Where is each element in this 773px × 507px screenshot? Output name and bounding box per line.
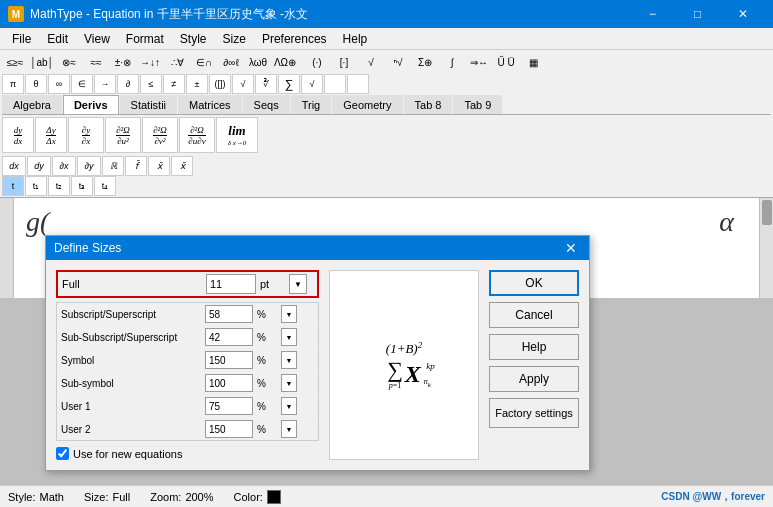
preview-sigma-wrap: ∑ p=1 (387, 359, 403, 390)
size-row-user2: User 2 % ▼ (57, 418, 318, 440)
apply-button[interactable]: Apply (489, 366, 579, 392)
sizes-table: Full pt ▼ Subscript/Superscript % ▼ (56, 270, 319, 460)
size-row-subscript: Subscript/Superscript % ▼ (57, 303, 318, 326)
user2-unit: % (257, 424, 277, 435)
subsymbol-label: Sub-symbol (61, 378, 201, 389)
use-new-equations-row: Use for new equations (56, 447, 319, 460)
user2-label: User 2 (61, 424, 201, 435)
preview-x-wrap: X kp nk (405, 361, 421, 388)
preview-top: (1+B)2 (386, 340, 422, 357)
user1-label: User 1 (61, 401, 201, 412)
subscript-unit: % (257, 309, 277, 320)
preview-kp: kp (426, 361, 435, 371)
dialog-body: Full pt ▼ Subscript/Superscript % ▼ (46, 260, 589, 470)
user1-value-input[interactable] (205, 397, 253, 415)
size-row-subsub: Sub-Subscript/Superscript % ▼ (57, 326, 318, 349)
dialog-title-text: Define Sizes (54, 241, 561, 255)
ok-button[interactable]: OK (489, 270, 579, 296)
subsub-dropdown[interactable]: ▼ (281, 328, 297, 346)
full-unit: pt (260, 278, 285, 290)
subsub-value-input[interactable] (205, 328, 253, 346)
symbol-dropdown[interactable]: ▼ (281, 351, 297, 369)
subsymbol-unit: % (257, 378, 277, 389)
subscript-value-input[interactable] (205, 305, 253, 323)
subsub-unit: % (257, 332, 277, 343)
user2-dropdown[interactable]: ▼ (281, 420, 297, 438)
sizes-list: Subscript/Superscript % ▼ Sub-Subscript/… (56, 302, 319, 441)
preview-sum: ∑ p=1 X kp nk (386, 359, 422, 390)
size-row-user1: User 1 % ▼ (57, 395, 318, 418)
full-label: Full (62, 278, 202, 290)
preview-nk: nk (424, 377, 431, 389)
symbol-label: Symbol (61, 355, 201, 366)
dialog-close-button[interactable]: ✕ (561, 238, 581, 258)
full-size-row: Full pt ▼ (56, 270, 319, 298)
factory-settings-button[interactable]: Factory settings (489, 398, 579, 428)
dialog-buttons: OK Cancel Help Apply Factory settings (489, 270, 579, 460)
define-sizes-dialog: Define Sizes ✕ Full pt ▼ (45, 235, 590, 471)
preview-sigma: ∑ (387, 359, 403, 381)
subscript-dropdown[interactable]: ▼ (281, 305, 297, 323)
help-button[interactable]: Help (489, 334, 579, 360)
dialog-title-bar: Define Sizes ✕ (46, 236, 589, 260)
preview-p-equals: p=1 (389, 381, 402, 390)
user1-dropdown[interactable]: ▼ (281, 397, 297, 415)
use-new-equations-checkbox[interactable] (56, 447, 69, 460)
use-new-equations-label: Use for new equations (73, 448, 182, 460)
subsub-label: Sub-Subscript/Superscript (61, 332, 201, 343)
preview-x: X (405, 361, 421, 387)
symbol-unit: % (257, 355, 277, 366)
subsymbol-value-input[interactable] (205, 374, 253, 392)
app-window: M MathType - Equation in 千里半千里区历史气象 -水文 … (0, 0, 773, 507)
math-preview-area: (1+B)2 ∑ p=1 X kp nk (329, 270, 479, 460)
user2-value-input[interactable] (205, 420, 253, 438)
user1-unit: % (257, 401, 277, 412)
math-preview: (1+B)2 ∑ p=1 X kp nk (386, 340, 422, 390)
symbol-value-input[interactable] (205, 351, 253, 369)
subsymbol-dropdown[interactable]: ▼ (281, 374, 297, 392)
full-value-input[interactable] (206, 274, 256, 294)
full-dropdown[interactable]: ▼ (289, 274, 307, 294)
dialog-overlay: Define Sizes ✕ Full pt ▼ (0, 0, 773, 507)
cancel-button[interactable]: Cancel (489, 302, 579, 328)
size-row-subsymbol: Sub-symbol % ▼ (57, 372, 318, 395)
subscript-label: Subscript/Superscript (61, 309, 201, 320)
size-row-symbol: Symbol % ▼ (57, 349, 318, 372)
